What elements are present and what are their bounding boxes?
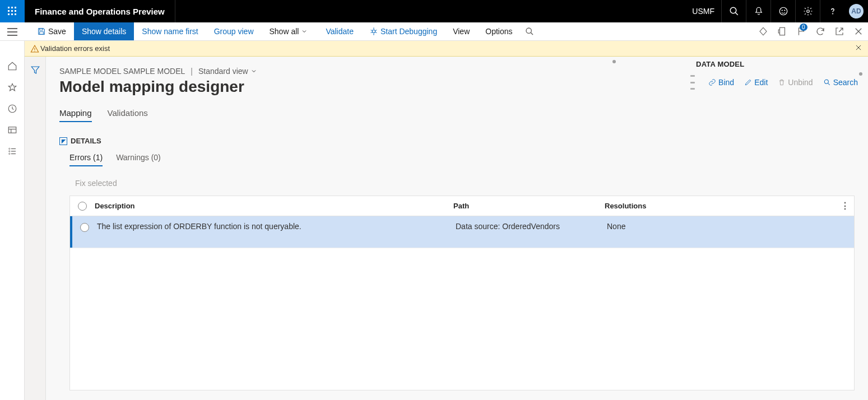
avatar-initials: AD [849,4,864,18]
issues-grid: Description Path Resolutions ⋮ The list … [69,196,855,390]
dm-search-button[interactable]: Search [823,78,858,87]
close-page-button[interactable] [849,22,868,40]
messages-button[interactable]: 0 [792,22,811,40]
svg-point-11 [779,7,787,15]
tab-validations[interactable]: Validations [108,108,148,122]
svg-point-35 [8,148,10,149]
grid-more-button[interactable]: ⋮ [841,201,850,211]
view-selector[interactable]: Standard view [198,67,257,76]
svg-rect-20 [40,32,44,35]
row-select-radio[interactable] [80,223,89,232]
svg-point-9 [730,7,736,13]
edit-label: Edit [754,78,768,87]
sub-tab-warnings[interactable]: Warnings (0) [116,153,161,166]
view-button[interactable]: View [445,22,477,40]
group-view-label: Group view [214,27,254,36]
office-icon [777,26,787,36]
validate-label: Validate [326,27,354,36]
svg-rect-7 [11,13,13,15]
funnel-icon [30,65,40,75]
svg-rect-6 [8,13,10,15]
warning-icon [30,44,39,53]
diamond-icon [758,26,768,36]
view-label: View [453,27,470,36]
chevron-down-icon [301,28,308,35]
action-search-button[interactable] [521,22,541,40]
col-resolutions[interactable]: Resolutions [605,202,854,210]
rail-home-button[interactable] [0,55,25,77]
sub-tab-warnings-label: Warnings (0) [116,153,161,162]
col-path[interactable]: Path [453,202,605,210]
attachments-button[interactable] [754,22,773,40]
fix-selected-button: Fix selected [75,179,855,188]
grid-row[interactable]: The list expression of ORDERBY function … [70,216,854,248]
select-all-radio[interactable] [78,202,87,211]
show-all-button[interactable]: Show all [262,22,318,40]
refresh-icon [815,26,825,36]
rail-workspaces-button[interactable] [0,119,25,141]
drag-dot-icon [859,72,862,76]
edit-button[interactable]: Edit [744,78,768,87]
start-debugging-button[interactable]: Start Debugging [361,22,445,40]
tab-validations-label: Validations [108,108,148,118]
rail-modules-button[interactable] [0,141,25,162]
grid-header-row: Description Path Resolutions ⋮ [70,196,854,216]
svg-line-23 [531,32,533,35]
debug-icon [369,27,378,36]
search-button[interactable] [721,0,746,22]
collapse-icon[interactable]: ◤ [59,137,67,145]
tab-mapping[interactable]: Mapping [59,108,92,122]
refresh-button[interactable] [811,22,830,40]
svg-point-12 [782,10,783,11]
group-view-button[interactable]: Group view [206,22,262,40]
app-launcher-button[interactable] [0,0,25,22]
validate-button[interactable]: Validate [318,22,361,40]
rail-favorites-button[interactable] [0,77,25,98]
dm-search-label: Search [833,78,858,87]
show-details-button[interactable]: Show details [74,22,134,40]
filter-toggle-button[interactable] [25,59,46,81]
help-button[interactable] [820,0,844,22]
start-debugging-label: Start Debugging [380,27,437,36]
notifications-button[interactable] [746,0,770,22]
save-button[interactable]: Save [29,22,74,40]
breadcrumb-context: SAMPLE MODEL SAMPLE MODEL [59,67,185,76]
list-icon [7,146,17,156]
feedback-button[interactable] [770,0,795,22]
svg-point-21 [372,30,375,32]
drag-dot-icon [612,60,616,63]
svg-rect-0 [8,7,10,8]
options-button[interactable]: Options [477,22,520,40]
svg-point-37 [8,153,10,154]
warning-close-button[interactable] [855,44,862,53]
workspace-icon [7,125,17,135]
company-label[interactable]: USMF [685,0,721,22]
show-name-first-label: Show name first [142,27,198,36]
col-description[interactable]: Description [95,202,453,210]
bind-label: Bind [718,78,734,87]
svg-rect-32 [8,127,16,133]
rail-recent-button[interactable] [0,98,25,119]
office-addin-button[interactable] [773,22,792,40]
gear-icon [803,6,813,16]
popout-button[interactable] [830,22,849,40]
waffle-icon [8,7,16,15]
svg-line-42 [828,83,829,85]
grid-empty-area [70,248,854,390]
svg-rect-24 [780,27,785,35]
bind-button[interactable]: Bind [708,78,734,87]
nav-toggle-button[interactable] [0,22,25,41]
svg-point-28 [34,50,35,51]
svg-point-15 [832,13,833,15]
sub-tab-errors[interactable]: Errors (1) [69,153,103,166]
grip-icon[interactable] [690,75,695,90]
svg-point-36 [8,151,10,152]
close-icon [853,26,864,36]
user-avatar[interactable]: AD [844,0,868,22]
settings-button[interactable] [795,0,820,22]
unbind-label: Unbind [788,78,813,87]
home-icon [7,61,17,71]
show-name-first-button[interactable]: Show name first [134,22,206,40]
view-label: Standard view [198,67,248,76]
options-label: Options [485,27,512,36]
